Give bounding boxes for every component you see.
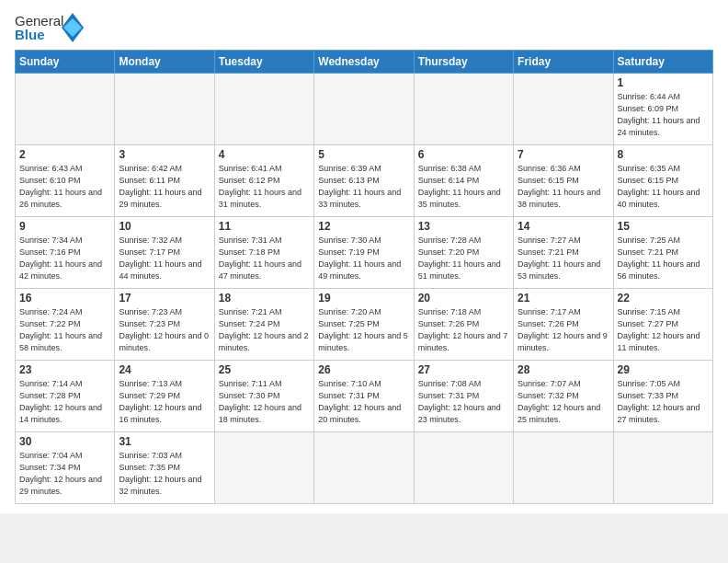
day-number: 29	[618, 363, 709, 376]
calendar-cell: 12Sunrise: 7:30 AM Sunset: 7:19 PM Dayli…	[314, 217, 414, 289]
day-info: Sunrise: 6:39 AM Sunset: 6:13 PM Dayligh…	[318, 163, 409, 211]
calendar-cell: 19Sunrise: 7:20 AM Sunset: 7:25 PM Dayli…	[314, 289, 414, 361]
day-info: Sunrise: 6:36 AM Sunset: 6:15 PM Dayligh…	[518, 163, 609, 211]
day-number: 3	[119, 148, 210, 161]
day-info: Sunrise: 7:11 AM Sunset: 7:30 PM Dayligh…	[219, 378, 310, 426]
day-info: Sunrise: 7:28 AM Sunset: 7:20 PM Dayligh…	[418, 235, 509, 282]
day-number: 14	[518, 220, 609, 233]
calendar-cell: 26Sunrise: 7:10 AM Sunset: 7:31 PM Dayli…	[314, 361, 414, 432]
calendar-cell: 16Sunrise: 7:24 AM Sunset: 7:22 PM Dayli…	[16, 289, 115, 361]
calendar-cell	[613, 432, 712, 504]
day-number: 15	[618, 220, 709, 233]
calendar-cell: 20Sunrise: 7:18 AM Sunset: 7:26 PM Dayli…	[414, 289, 513, 361]
day-number: 17	[119, 292, 210, 304]
day-info: Sunrise: 7:03 AM Sunset: 7:35 PM Dayligh…	[119, 450, 210, 498]
day-info: Sunrise: 7:08 AM Sunset: 7:31 PM Dayligh…	[418, 378, 509, 426]
day-number: 18	[219, 292, 310, 304]
day-info: Sunrise: 6:42 AM Sunset: 6:11 PM Dayligh…	[119, 163, 210, 211]
calendar-cell: 10Sunrise: 7:32 AM Sunset: 7:17 PM Dayli…	[115, 217, 214, 289]
calendar-cell: 22Sunrise: 7:15 AM Sunset: 7:27 PM Dayli…	[613, 289, 712, 361]
day-number: 26	[318, 363, 409, 376]
calendar-cell: 6Sunrise: 6:38 AM Sunset: 6:14 PM Daylig…	[414, 145, 513, 217]
calendar-cell	[16, 74, 115, 145]
calendar-cell: 15Sunrise: 7:25 AM Sunset: 7:21 PM Dayli…	[613, 217, 712, 289]
day-info: Sunrise: 7:21 AM Sunset: 7:24 PM Dayligh…	[219, 306, 310, 354]
page: GeneralBlue Sunday Monday Tuesday Wednes…	[0, 0, 728, 513]
calendar-cell	[214, 432, 313, 504]
day-number: 28	[518, 363, 609, 376]
day-number: 7	[518, 148, 609, 161]
calendar-cell: 31Sunrise: 7:03 AM Sunset: 7:35 PM Dayli…	[115, 432, 214, 504]
generalblue-logo-icon: GeneralBlue	[15, 11, 88, 44]
day-info: Sunrise: 6:44 AM Sunset: 6:09 PM Dayligh…	[618, 91, 709, 139]
calendar-cell	[115, 74, 214, 145]
day-info: Sunrise: 7:20 AM Sunset: 7:25 PM Dayligh…	[318, 306, 409, 354]
day-number: 11	[219, 220, 310, 233]
day-number: 30	[19, 435, 110, 448]
header-tuesday: Tuesday	[214, 51, 313, 74]
calendar-cell: 14Sunrise: 7:27 AM Sunset: 7:21 PM Dayli…	[514, 217, 613, 289]
day-number: 4	[219, 148, 310, 161]
day-number: 5	[318, 148, 409, 161]
day-number: 21	[518, 292, 609, 304]
calendar-cell: 3Sunrise: 6:42 AM Sunset: 6:11 PM Daylig…	[115, 145, 214, 217]
day-info: Sunrise: 7:24 AM Sunset: 7:22 PM Dayligh…	[19, 306, 110, 354]
day-info: Sunrise: 7:07 AM Sunset: 7:32 PM Dayligh…	[518, 378, 609, 426]
day-info: Sunrise: 7:15 AM Sunset: 7:27 PM Dayligh…	[618, 306, 709, 354]
calendar-cell: 18Sunrise: 7:21 AM Sunset: 7:24 PM Dayli…	[214, 289, 313, 361]
day-info: Sunrise: 6:41 AM Sunset: 6:12 PM Dayligh…	[219, 163, 310, 211]
calendar-cell: 9Sunrise: 7:34 AM Sunset: 7:16 PM Daylig…	[16, 217, 115, 289]
svg-text:Blue: Blue	[15, 27, 45, 42]
calendar-cell: 25Sunrise: 7:11 AM Sunset: 7:30 PM Dayli…	[214, 361, 313, 432]
calendar-cell: 28Sunrise: 7:07 AM Sunset: 7:32 PM Dayli…	[514, 361, 613, 432]
header-saturday: Saturday	[613, 51, 712, 74]
day-number: 23	[19, 363, 110, 376]
calendar-cell: 11Sunrise: 7:31 AM Sunset: 7:18 PM Dayli…	[214, 217, 313, 289]
day-number: 1	[618, 76, 709, 89]
calendar-cell: 7Sunrise: 6:36 AM Sunset: 6:15 PM Daylig…	[514, 145, 613, 217]
day-number: 2	[19, 148, 110, 161]
calendar-cell: 24Sunrise: 7:13 AM Sunset: 7:29 PM Dayli…	[115, 361, 214, 432]
day-info: Sunrise: 6:35 AM Sunset: 6:15 PM Dayligh…	[618, 163, 709, 211]
calendar-cell: 5Sunrise: 6:39 AM Sunset: 6:13 PM Daylig…	[314, 145, 414, 217]
day-info: Sunrise: 7:34 AM Sunset: 7:16 PM Dayligh…	[19, 235, 110, 282]
day-info: Sunrise: 7:13 AM Sunset: 7:29 PM Dayligh…	[119, 378, 210, 426]
day-number: 12	[318, 220, 409, 233]
day-info: Sunrise: 7:10 AM Sunset: 7:31 PM Dayligh…	[318, 378, 409, 426]
calendar-header-row: Sunday Monday Tuesday Wednesday Thursday…	[16, 51, 713, 74]
day-info: Sunrise: 7:23 AM Sunset: 7:23 PM Dayligh…	[119, 306, 210, 354]
calendar-cell	[414, 432, 513, 504]
day-number: 27	[418, 363, 509, 376]
day-info: Sunrise: 7:17 AM Sunset: 7:26 PM Dayligh…	[518, 306, 609, 354]
header-friday: Friday	[514, 51, 613, 74]
day-info: Sunrise: 7:05 AM Sunset: 7:33 PM Dayligh…	[618, 378, 709, 426]
day-number: 10	[119, 220, 210, 233]
day-number: 19	[318, 292, 409, 304]
calendar-cell: 29Sunrise: 7:05 AM Sunset: 7:33 PM Dayli…	[613, 361, 712, 432]
day-number: 6	[418, 148, 509, 161]
calendar-cell	[314, 74, 414, 145]
day-number: 22	[618, 292, 709, 304]
day-info: Sunrise: 7:04 AM Sunset: 7:34 PM Dayligh…	[19, 450, 110, 498]
calendar-cell	[314, 432, 414, 504]
day-info: Sunrise: 7:32 AM Sunset: 7:17 PM Dayligh…	[119, 235, 210, 282]
day-info: Sunrise: 7:25 AM Sunset: 7:21 PM Dayligh…	[618, 235, 709, 282]
calendar-cell: 1Sunrise: 6:44 AM Sunset: 6:09 PM Daylig…	[613, 74, 712, 145]
calendar-cell	[414, 74, 513, 145]
header-wednesday: Wednesday	[314, 51, 414, 74]
day-number: 8	[618, 148, 709, 161]
day-info: Sunrise: 7:18 AM Sunset: 7:26 PM Dayligh…	[418, 306, 509, 354]
calendar-cell: 30Sunrise: 7:04 AM Sunset: 7:34 PM Dayli…	[16, 432, 115, 504]
calendar-cell: 17Sunrise: 7:23 AM Sunset: 7:23 PM Dayli…	[115, 289, 214, 361]
day-number: 16	[19, 292, 110, 304]
calendar-cell	[214, 74, 313, 145]
day-number: 20	[418, 292, 509, 304]
day-info: Sunrise: 7:27 AM Sunset: 7:21 PM Dayligh…	[518, 235, 609, 282]
calendar-cell: 21Sunrise: 7:17 AM Sunset: 7:26 PM Dayli…	[514, 289, 613, 361]
day-number: 31	[119, 435, 210, 448]
day-info: Sunrise: 7:14 AM Sunset: 7:28 PM Dayligh…	[19, 378, 110, 426]
day-number: 25	[219, 363, 310, 376]
calendar-cell: 4Sunrise: 6:41 AM Sunset: 6:12 PM Daylig…	[214, 145, 313, 217]
day-number: 9	[19, 220, 110, 233]
calendar-cell: 13Sunrise: 7:28 AM Sunset: 7:20 PM Dayli…	[414, 217, 513, 289]
